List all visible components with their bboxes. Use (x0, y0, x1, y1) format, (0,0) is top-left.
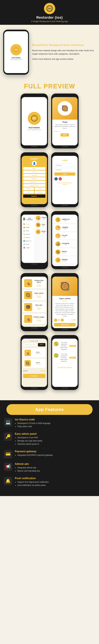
cat-icon-japanese: 🍱 (56, 241, 60, 246)
password-input[interactable] (54, 168, 75, 172)
find-customer-link[interactable]: Find nearest Customer (54, 366, 76, 368)
register-button[interactable]: Register (23, 194, 46, 198)
screen-notif-content: ✅ It is a long established fact that a r… (52, 338, 78, 387)
food-img-3: 🐻 (24, 303, 32, 311)
sidebar-item-order[interactable]: 📋Order (22, 229, 34, 232)
feature-push-notif: 🔔 Push notification Support One Signal p… (4, 477, 95, 487)
food-thumb-1: 🍗 (36, 216, 40, 220)
cat-indian[interactable]: 🥘 INDIANcurry (54, 248, 76, 256)
hero-screen-sub: FOOD ORDERING APP (10, 59, 22, 60)
signup-link: If you are not Registered... Sign Up (54, 182, 75, 185)
quantity-control: − 1 + $ 120 (54, 318, 76, 322)
promo-apply-btn[interactable]: APPLY (38, 343, 46, 346)
onboarding-image: 🥘 (52, 97, 78, 120)
food-card-2[interactable]: 🥘 Cajun cuisine ★★★★☆ $ 120 (23, 290, 46, 300)
sidebar-item-rateus[interactable]: ⭐Rate Us (22, 236, 34, 239)
cart-item-2: 🥘 Item 2 $ 100.48 (23, 359, 46, 368)
reg-email[interactable]: Email (23, 170, 46, 173)
qty-increase[interactable]: + (61, 318, 64, 322)
screens-row-2: Register 👤 Name Email Password Mobile No… (2, 152, 98, 207)
feature-name-payment: Payment gateway (15, 450, 53, 453)
reg-name[interactable]: Name (23, 167, 46, 170)
push-notif-icon: 🔔 (4, 477, 12, 485)
reg-addr1[interactable]: Address line 1 (23, 181, 46, 184)
preview-title: FULL PREVIEW (2, 83, 98, 90)
reg-zip[interactable]: Zipcode (34, 191, 46, 194)
phone-notch-6 (61, 213, 69, 214)
next-button[interactable]: NEXT (60, 133, 69, 136)
reg-city[interactable]: City (23, 191, 34, 194)
username-input[interactable] (54, 164, 75, 167)
google-login-btn[interactable]: G (58, 177, 62, 180)
qty-decrease[interactable]: − (54, 318, 57, 322)
splash-app-name: RESTORDER (29, 127, 40, 129)
add-to-cart-button[interactable]: Add to Cart (54, 323, 76, 326)
cat-chinese[interactable]: 🍜 CHINESEnoodles (54, 224, 76, 231)
phone-detail: 🥘 Cajun cuisine ★★★★☆ American Cajun foo… (51, 273, 78, 331)
header-subtitle: A Single Restaurant Food Ordering App (3, 20, 96, 22)
home-indicator-9 (31, 388, 38, 388)
splash-logo: 🍽 (28, 112, 41, 125)
hero-phone-mockup: 🍽 RESTORDER FOOD ORDERING APP (3, 30, 29, 75)
reg-country[interactable]: Country (23, 188, 34, 190)
food-thumb-3: 🍔 (36, 230, 40, 234)
sidebar-item-basket[interactable]: 🧺Basket (22, 226, 34, 229)
feature-admob: 📢 Admob ads Integrated admob ads. Banner… (4, 462, 95, 473)
reg-password[interactable]: Password (23, 174, 46, 176)
promo-label: Promo code (23, 340, 46, 342)
screen-detail-content: 🥘 Cajun cuisine ★★★★☆ American Cajun foo… (52, 276, 78, 328)
screen-splash-content: 🍽 RESTORDER FOOD ORDERING APP (22, 97, 47, 146)
food-card-1[interactable]: 🍗 Chicken fried bacon ★★★★☆ $ 120 (23, 278, 46, 288)
phone-register: Register 👤 Name Email Password Mobile No… (20, 152, 48, 207)
facebook-login-btn[interactable]: f (54, 177, 58, 180)
sidebar-user: 👤 King Robinson (22, 216, 34, 222)
cat-italian[interactable]: 🍝 ITALIANpasta (54, 232, 76, 240)
notif-badge-2: #FFS005 (70, 357, 76, 358)
onboard-desc: Gujarati Methi Thepla, is must try light… (54, 124, 76, 129)
sidebar-item-logout[interactable]: 🚪Logout (22, 246, 34, 250)
home-indicator-2 (62, 146, 68, 147)
cart-subtotal: Subtotal $ 200.99 (23, 369, 46, 372)
phone-splash: 🍽 RESTORDER FOOD ORDERING APP (20, 94, 48, 148)
home-indicator-10 (62, 388, 68, 388)
sidebar-item-about[interactable]: ℹ️About Us (22, 239, 34, 243)
reg-addr2[interactable]: Address line 2 (23, 184, 46, 187)
sidebar-item-share[interactable]: 🔗Share (22, 243, 34, 246)
phone-notch-5 (30, 213, 38, 214)
login-button[interactable]: Login (54, 172, 75, 176)
feature-source-code: 💻 ios Source code Developed in XCode in … (4, 418, 95, 428)
food-card-4[interactable]: 🍗 Chicken nugget ★★★★☆ $ 120 (23, 314, 46, 324)
hero-screen-logo: 🍽 (10, 44, 22, 56)
payment-icon: 💳 (4, 450, 12, 458)
cat-japanese[interactable]: 🍱 JAPANESEsushi (54, 240, 76, 248)
phone-notch-8 (61, 275, 69, 276)
food-item-1: 🍗 Chicken $120 (34, 214, 47, 222)
food-card-3[interactable]: 🐻 Bear claw ★★★★☆ $ 99 (23, 302, 46, 312)
detail-price: $ 120 (72, 319, 76, 321)
app-header: 🍽 Restorder (ios) A Single Restaurant Fo… (0, 0, 99, 25)
splash-tagline: FOOD ORDERING APP (27, 129, 41, 130)
sidebar-username: King Robinson (26, 218, 33, 220)
food-thumb-2: 🥘 (36, 222, 40, 227)
screens-row-4: 🍗 Chicken fried bacon ★★★★☆ $ 120 🥘 Caju… (2, 273, 98, 331)
home-indicator-7 (31, 328, 38, 328)
cat-american[interactable]: 🍔 AMERICANburgers (54, 216, 76, 223)
reg-mobile[interactable]: Mobile No (23, 177, 46, 180)
full-preview-section: FULL PREVIEW 🍽 RESTORDER FOOD ORDERING A… (0, 80, 99, 399)
feature-admin-panel: 🔑 Easy admin panel Developed in Core PHP… (4, 432, 95, 446)
phone-notch (30, 95, 38, 96)
feature-name-admin: Easy admin panel (15, 432, 43, 435)
social-login-row: f G (54, 177, 75, 180)
notif-item-1: ✅ It is a long established fact that a r… (54, 340, 76, 352)
sidebar-item-home[interactable]: 🏠Home (22, 222, 34, 226)
notif-item-2: ✅ It is a long established fact that a r… (54, 352, 76, 364)
reg-state[interactable]: State (34, 188, 46, 190)
signup-button[interactable]: Sign Up (62, 184, 67, 185)
phone-promo: Promo code Enter promo code APPLY 🍗 Item… (20, 335, 48, 390)
cat-icon-american: 🍔 (56, 217, 60, 222)
cat-french[interactable]: 🥐 FRENCHbaguette (54, 256, 76, 264)
food-img-1: 🍗 (24, 279, 32, 287)
promo-code-input[interactable]: Enter promo code (23, 343, 37, 346)
checkout-button[interactable]: Checkout (23, 374, 46, 378)
sidebar-item-search[interactable]: 🔍Search (22, 232, 34, 236)
